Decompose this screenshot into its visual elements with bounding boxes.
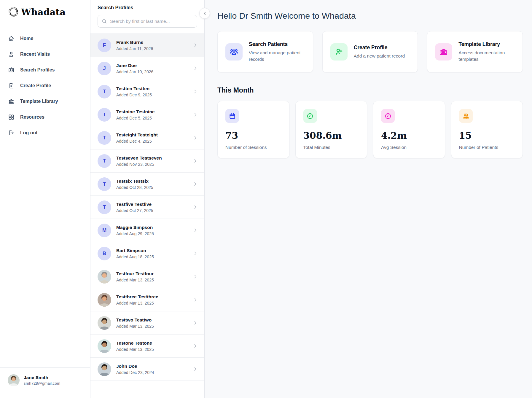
patient-added-date: Added Mar 13, 2025 <box>116 347 154 352</box>
patient-added-date: Added Oct 27, 2025 <box>116 208 153 213</box>
patient-list-item[interactable]: T Testeight TesteightAdded Dec 4, 2025 <box>90 126 204 149</box>
collapse-panel-button[interactable] <box>199 8 210 19</box>
sidebar-item-resources[interactable]: Resources <box>0 109 90 125</box>
patient-name: Testeight Testeight <box>116 132 158 138</box>
patient-added-date: Added Mar 13, 2025 <box>116 301 158 305</box>
patient-list-item[interactable]: Testthree TestthreeAdded Mar 13, 2025 <box>90 288 204 311</box>
search-input[interactable] <box>110 19 193 24</box>
card-title: Template Library <box>458 41 515 47</box>
stat-value: 15 <box>459 130 515 141</box>
stat-card-sessions: 73 Number of Sessions <box>217 101 289 158</box>
sidebar-item-label: Create Profile <box>20 83 51 88</box>
patient-list-item[interactable]: Testone TestoneAdded Mar 13, 2025 <box>90 335 204 358</box>
search-icon <box>101 18 107 24</box>
patient-initial-avatar: T <box>98 177 111 191</box>
patient-initial-avatar: T <box>98 154 111 168</box>
patient-name: Maggie Simpson <box>116 225 154 230</box>
person-icon <box>8 51 15 58</box>
search-patients-card[interactable]: Search Patients View and manage patient … <box>217 31 313 72</box>
card-description: Add a new patient record <box>354 53 405 59</box>
patient-initial-avatar: J <box>98 62 111 75</box>
patient-name: Testthree Testthree <box>116 294 158 300</box>
chevron-right-icon <box>193 182 198 187</box>
patient-name: Testseven Testseven <box>116 155 162 161</box>
stat-value: 4.2m <box>381 130 437 141</box>
sidebar-item-template-library[interactable]: Template Library <box>0 93 90 109</box>
patient-list-item[interactable]: T Testseven TestsevenAdded Nov 23, 2025 <box>90 149 204 173</box>
this-month-heading: This Month <box>217 86 523 94</box>
patient-list-item[interactable]: T Testfive TestfiveAdded Oct 27, 2025 <box>90 196 204 219</box>
patient-list-item[interactable]: F Frank BurnsAdded Jan 11, 2026 <box>90 34 204 57</box>
brand-name: Whadata <box>21 7 66 17</box>
greeting-heading: Hello Dr Smith Welcome to Whadata <box>217 11 523 21</box>
sidebar-item-label: Recent Visits <box>20 52 50 57</box>
patient-list-item[interactable]: T Testnine TestnineAdded Dec 5, 2025 <box>90 103 204 126</box>
users-icon <box>225 43 243 61</box>
logout-icon <box>8 130 15 136</box>
chevron-left-icon <box>203 11 207 16</box>
patient-list-item[interactable]: Testfour TestfourAdded Mar 13, 2025 <box>90 265 204 288</box>
user-avatar <box>8 374 20 386</box>
chevron-right-icon <box>193 135 198 140</box>
chevron-right-icon <box>193 320 198 325</box>
stat-label: Number of Patients <box>459 145 515 150</box>
patient-initial-avatar: T <box>98 200 111 214</box>
patient-list-item[interactable]: M Maggie SimpsonAdded Aug 29, 2025 <box>90 219 204 242</box>
bank-icon <box>8 98 15 105</box>
patient-added-date: Added Dec 23, 2024 <box>116 370 154 375</box>
chevron-right-icon <box>193 112 198 117</box>
patient-name: Testfour Testfour <box>116 271 154 276</box>
stat-label: Total Minutes <box>303 145 359 150</box>
patient-initial-avatar: M <box>98 224 111 237</box>
home-icon <box>8 35 15 42</box>
chevron-right-icon <box>193 158 198 163</box>
brand-logo[interactable]: Whadata <box>0 0 90 17</box>
patient-photo-avatar <box>98 362 111 376</box>
patient-list-item[interactable]: John DoeAdded Dec 23, 2024 <box>90 358 204 381</box>
stat-card-patients: 15 Number of Patients <box>451 101 523 158</box>
patient-list-panel: Search Profiles F Frank BurnsAdded Jan 1… <box>90 0 205 398</box>
patient-name: John Doe <box>116 364 154 369</box>
sidebar-item-logout[interactable]: Log out <box>0 125 90 141</box>
sidebar-item-label: Log out <box>20 130 38 136</box>
panel-title: Search Profiles <box>98 5 197 10</box>
patient-photo-avatar <box>98 270 111 284</box>
stat-card-avg-session: 4.2m Avg Session <box>373 101 445 158</box>
patient-list-item[interactable]: T Testten TesttenAdded Dec 9, 2025 <box>90 80 204 103</box>
panel-header: Search Profiles <box>90 0 204 34</box>
patient-name: Testfive Testfive <box>116 202 153 207</box>
patient-list-item[interactable]: J Jane DoeAdded Jan 10, 2026 <box>90 57 204 80</box>
patient-added-date: Added Oct 28, 2025 <box>116 185 153 190</box>
chevron-right-icon <box>193 297 198 302</box>
patient-initial-avatar: T <box>98 131 111 145</box>
monthly-stats: 73 Number of Sessions 308.6m Total Minut… <box>217 101 523 158</box>
patient-list-item[interactable]: B Bart SimpsonAdded Aug 18, 2025 <box>90 242 204 265</box>
sidebar-item-create-profile[interactable]: Create Profile <box>0 78 90 93</box>
patient-list-item[interactable]: T Testsix TestsixAdded Oct 28, 2025 <box>90 173 204 196</box>
template-library-card[interactable]: Template Library Access documentation te… <box>427 31 523 72</box>
patient-initial-avatar: T <box>98 108 111 122</box>
chevron-right-icon <box>193 205 198 210</box>
patient-initial-avatar: B <box>98 247 111 260</box>
patient-added-date: Added Jan 11, 2026 <box>116 46 153 51</box>
patient-name: Testtwo Testtwo <box>116 317 154 323</box>
sidebar-item-recent-visits[interactable]: Recent Visits <box>0 46 90 62</box>
sidebar-item-home[interactable]: Home <box>0 31 90 46</box>
quick-actions: Search Patients View and manage patient … <box>217 31 523 72</box>
patient-name: Jane Doe <box>116 63 153 68</box>
stat-card-total-minutes: 308.6m Total Minutes <box>295 101 367 158</box>
user-plus-icon <box>330 43 348 61</box>
sidebar-nav: Home Recent Visits Search Profiles Creat… <box>0 31 90 141</box>
current-user[interactable]: Jane Smith smh728@gmail.com <box>0 367 90 398</box>
patient-name: Testone Testone <box>116 340 154 346</box>
patient-name: Bart Simpson <box>116 248 154 253</box>
patient-name: Frank Burns <box>116 40 153 45</box>
card-description: Access documentation templates <box>458 50 515 63</box>
patient-list-item[interactable]: Testtwo TesttwoAdded Mar 13, 2025 <box>90 311 204 335</box>
sidebar-item-search-profiles[interactable]: Search Profiles <box>0 62 90 78</box>
chevron-right-icon <box>193 66 198 71</box>
user-email: smh728@gmail.com <box>24 381 60 386</box>
patient-added-date: Added Mar 13, 2025 <box>116 324 154 329</box>
create-profile-card[interactable]: Create Profile Add a new patient record <box>322 31 418 72</box>
patient-added-date: Added Mar 13, 2025 <box>116 278 154 282</box>
